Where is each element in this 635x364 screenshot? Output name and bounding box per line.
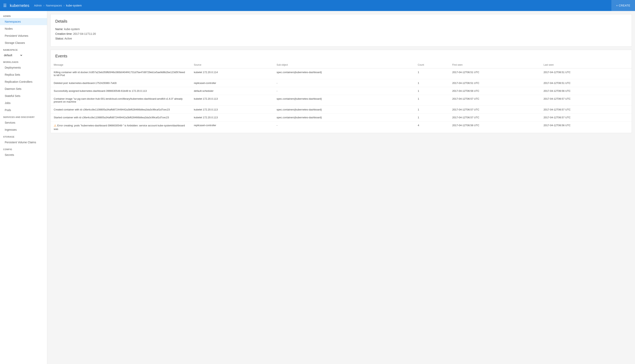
table-row: Created container with id c36e4cc8e11088… xyxy=(51,106,632,114)
cell-last-seen: 2017-04-12T06:57 UTC xyxy=(540,95,632,106)
col-last-seen: Last seen xyxy=(540,62,632,68)
detail-creation-row: Creation time: 2017-04-11T11:20 xyxy=(55,32,627,36)
table-row: Container image "sz-pg-oam-docker-hub-00… xyxy=(51,95,632,106)
breadcrumb-sep2: › xyxy=(64,4,65,7)
cell-subobject: spec.containers{kubernetes-dashboard} xyxy=(273,95,415,106)
cell-first-seen: 2017-04-12T06:51 UTC xyxy=(449,79,540,87)
cell-source: kubelet 172.20.0.113 xyxy=(191,114,273,122)
cell-source: kubelet 172.20.0.113 xyxy=(191,95,273,106)
sidebar-item-persistent-volumes[interactable]: Persistent Volumes xyxy=(0,32,47,39)
sidebar-item-replication-controllers[interactable]: Replication Controllers xyxy=(0,78,47,85)
sidebar-item-replica-sets[interactable]: Replica Sets xyxy=(0,71,47,78)
cell-source: replicaset-controller xyxy=(191,122,273,133)
sidebar-item-pods[interactable]: Pods xyxy=(0,106,47,114)
cell-message: Deleted pod: kubernetes-dashboard-175242… xyxy=(51,79,191,87)
cell-first-seen: 2017-04-12T06:51 UTC xyxy=(449,68,540,79)
sidebar-workloads-section: Workloads xyxy=(0,58,47,64)
cell-count: 1 xyxy=(415,95,449,106)
cell-message: ⚠Error creating: pods "kubernetes-dashbo… xyxy=(51,122,191,133)
detail-status-row: Status: Active xyxy=(55,37,627,40)
cell-message: Successfully assigned kubernetes-dashboa… xyxy=(51,87,191,95)
sidebar-item-ingresses[interactable]: Ingresses xyxy=(0,126,47,133)
events-title: Events xyxy=(55,54,627,58)
table-row: Successfully assigned kubernetes-dashboa… xyxy=(51,87,632,95)
sidebar-namespace-section: Namespace xyxy=(0,46,47,52)
cell-subobject: spec.containers{kubernetes-dashboard} xyxy=(273,114,415,122)
sidebar-item-services[interactable]: Services xyxy=(0,119,47,126)
cell-subobject: spec.containers{kubernetes-dashboard} xyxy=(273,68,415,79)
sidebar-item-namespaces[interactable]: Namespaces xyxy=(0,18,47,25)
detail-status-value: Active xyxy=(65,37,72,40)
hamburger-icon[interactable]: ☰ xyxy=(3,3,7,8)
detail-name-label: Name: xyxy=(55,28,63,31)
events-header: Events xyxy=(51,50,632,62)
sidebar-item-nodes[interactable]: Nodes xyxy=(0,25,47,32)
breadcrumb-namespaces[interactable]: Namespaces xyxy=(46,4,62,7)
cell-source: replicaset-controller xyxy=(191,79,273,87)
col-source: Source xyxy=(191,62,273,68)
sidebar-config-section: Config xyxy=(0,146,47,151)
sidebar-item-daemon-sets[interactable]: Daemon Sets xyxy=(0,85,47,92)
breadcrumb: Admin › Namespaces › kube-system xyxy=(34,4,82,7)
sidebar-item-stateful-sets[interactable]: Stateful Sets xyxy=(0,92,47,100)
events-card: Events Message Source Sub-object Count F… xyxy=(50,50,632,133)
breadcrumb-sep1: › xyxy=(44,4,45,7)
cell-last-seen: 2017-04-12T06:56 UTC xyxy=(540,87,632,95)
namespace-selector[interactable]: default kube-system xyxy=(0,52,47,58)
sidebar-item-secrets[interactable]: Secrets xyxy=(0,151,47,158)
detail-creation-value: 2017-04-11T11:20 xyxy=(73,32,96,36)
events-table-header-row: Message Source Sub-object Count First se… xyxy=(51,62,632,68)
sidebar-item-deployments[interactable]: Deployments xyxy=(0,64,47,71)
detail-name-row: Name: kube-system xyxy=(55,28,627,31)
cell-subobject: - xyxy=(273,87,415,95)
detail-creation-label: Creation time: xyxy=(55,32,72,36)
cell-count: 1 xyxy=(415,68,449,79)
warning-icon: ⚠ xyxy=(54,124,57,127)
cell-message: Started container with id c36e4cc8e11088… xyxy=(51,114,191,122)
cell-subobject: spec.containers{kubernetes-dashboard} xyxy=(273,106,415,114)
cell-count: 1 xyxy=(415,106,449,114)
cell-count: 4 xyxy=(415,122,449,133)
cell-message: Killing container with id docker://c857a… xyxy=(51,68,191,79)
cell-first-seen: 2017-04-12T06:57 UTC xyxy=(449,95,540,106)
detail-name-value: kube-system xyxy=(64,28,80,31)
brand-logo: kubernetes xyxy=(10,3,29,8)
events-table-head: Message Source Sub-object Count First se… xyxy=(51,62,632,68)
cell-count: 1 xyxy=(415,87,449,95)
namespace-dropdown[interactable]: default kube-system xyxy=(3,54,23,57)
sidebar-services-section: Services and discovery xyxy=(0,114,47,119)
cell-source: kubelet 172.20.0.113 xyxy=(191,106,273,114)
cell-subobject: - xyxy=(273,79,415,87)
cell-first-seen: 2017-04-12T06:57 UTC xyxy=(449,114,540,122)
top-nav: ☰ kubernetes Admin › Namespaces › kube-s… xyxy=(0,0,635,11)
cell-last-seen: 2017-04-12T06:51 UTC xyxy=(540,79,632,87)
cell-message: Container image "sz-pg-oam-docker-hub-00… xyxy=(51,95,191,106)
cell-last-seen: 2017-04-12T06:51 UTC xyxy=(540,68,632,79)
cell-message: Created container with id c36e4cc8e11088… xyxy=(51,106,191,114)
sidebar-storage-section: Storage xyxy=(0,133,47,139)
cell-first-seen: 2017-04-12T06:56 UTC xyxy=(449,122,540,133)
details-card-body: Details Name: kube-system Creation time:… xyxy=(51,14,632,46)
create-button[interactable]: + CREATE xyxy=(611,0,635,11)
details-card: Details Name: kube-system Creation time:… xyxy=(50,14,632,46)
sidebar: Admin Namespaces Nodes Persistent Volume… xyxy=(0,11,47,364)
sidebar-item-storage-classes[interactable]: Storage Classes xyxy=(0,39,47,46)
cell-count: 1 xyxy=(415,79,449,87)
details-title: Details xyxy=(55,19,627,24)
breadcrumb-admin[interactable]: Admin xyxy=(34,4,42,7)
col-first-seen: First seen xyxy=(449,62,540,68)
cell-first-seen: 2017-04-12T06:56 UTC xyxy=(449,87,540,95)
table-row: Deleted pod: kubernetes-dashboard-175242… xyxy=(51,79,632,87)
col-subobject: Sub-object xyxy=(273,62,415,68)
cell-source: kubelet 172.20.0.114 xyxy=(191,68,273,79)
sidebar-admin-section: Admin xyxy=(0,12,47,18)
events-table-body: Killing container with id docker://c857a… xyxy=(51,68,632,133)
main-layout: Admin Namespaces Nodes Persistent Volume… xyxy=(0,11,635,364)
col-count: Count xyxy=(415,62,449,68)
cell-last-seen: 2017-04-12T06:57 UTC xyxy=(540,106,632,114)
cell-source: default-scheduler xyxy=(191,87,273,95)
sidebar-item-jobs[interactable]: Jobs xyxy=(0,100,47,106)
sidebar-item-pvc[interactable]: Persistent Volume Claims xyxy=(0,139,47,146)
cell-subobject: - xyxy=(273,122,415,133)
main-content: Details Name: kube-system Creation time:… xyxy=(47,11,635,364)
